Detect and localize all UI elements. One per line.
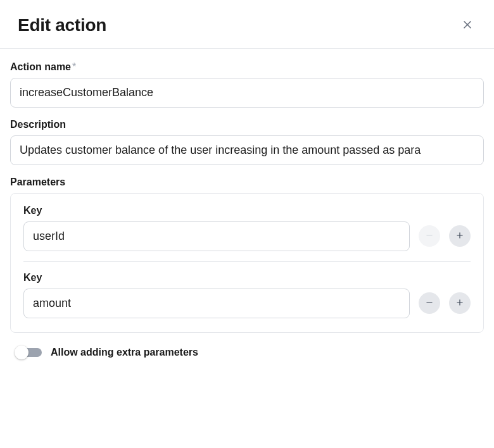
action-name-label: Action name*	[10, 61, 484, 73]
parameter-key-field: Key	[23, 205, 410, 251]
description-label: Description	[10, 119, 484, 130]
parameters-container: Key Key	[10, 193, 484, 333]
parameters-label: Parameters	[10, 177, 484, 188]
extra-parameters-row: Allow adding extra parameters	[15, 347, 484, 358]
parameter-key-field: Key	[23, 272, 410, 318]
parameter-key-input[interactable]	[23, 221, 410, 251]
dialog-title: Edit action	[18, 15, 106, 35]
parameter-row: Key	[23, 195, 471, 261]
action-name-field: Action name*	[10, 61, 484, 108]
action-name-input[interactable]	[10, 78, 484, 108]
add-parameter-button[interactable]	[449, 225, 471, 247]
minus-icon	[425, 297, 434, 310]
close-button[interactable]	[459, 16, 476, 35]
remove-parameter-button	[419, 225, 440, 247]
add-parameter-button[interactable]	[449, 292, 471, 314]
toggle-knob	[15, 345, 28, 359]
required-marker: *	[72, 61, 76, 72]
plus-icon	[455, 297, 464, 310]
close-icon	[461, 18, 474, 33]
description-input[interactable]	[10, 135, 484, 165]
dialog-content: Action name* Description Parameters Key	[0, 49, 494, 376]
remove-parameter-button[interactable]	[419, 292, 440, 314]
description-field: Description	[10, 119, 484, 165]
extra-parameters-toggle[interactable]	[15, 348, 42, 357]
dialog-header: Edit action	[0, 0, 494, 49]
parameter-key-label: Key	[23, 272, 410, 283]
plus-icon	[455, 230, 464, 243]
parameter-key-input[interactable]	[23, 289, 410, 318]
parameters-section: Parameters Key	[10, 177, 484, 333]
minus-icon	[425, 230, 434, 243]
parameter-key-label: Key	[23, 205, 410, 216]
extra-parameters-label: Allow adding extra parameters	[51, 347, 198, 358]
parameter-row: Key	[23, 261, 471, 328]
